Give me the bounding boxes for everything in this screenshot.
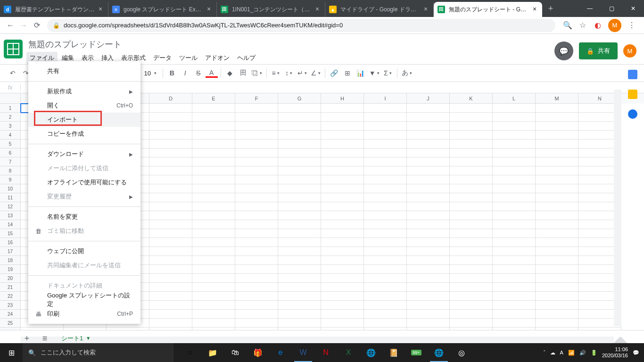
maximize-button[interactable]: ▢ — [601, 0, 622, 17]
cell[interactable] — [536, 292, 578, 301]
comments-button[interactable]: 💬 — [554, 41, 573, 60]
row-header[interactable]: 10 — [0, 184, 21, 193]
share-button[interactable]: 🔒 共有 — [579, 42, 618, 59]
zoom-icon[interactable]: 🔍 — [563, 21, 572, 30]
cell[interactable] — [149, 283, 192, 292]
cell[interactable] — [149, 140, 192, 148]
row-header[interactable]: 15 — [0, 229, 21, 238]
cell[interactable] — [493, 310, 536, 319]
cell[interactable] — [407, 131, 450, 140]
cell[interactable] — [364, 148, 407, 157]
cell[interactable] — [407, 220, 450, 229]
new-tab-button[interactable]: + — [544, 2, 557, 15]
close-tab-icon[interactable]: × — [422, 6, 429, 13]
cell[interactable] — [192, 148, 235, 157]
cell[interactable] — [192, 166, 235, 175]
cell[interactable] — [450, 131, 493, 140]
cell[interactable] — [278, 256, 321, 265]
cell[interactable] — [364, 104, 407, 113]
cell[interactable] — [192, 301, 235, 310]
cell[interactable] — [192, 229, 235, 238]
cell[interactable] — [321, 148, 364, 157]
cell[interactable] — [536, 274, 578, 283]
trend-icon[interactable]: ◐ — [593, 21, 603, 30]
menu-download[interactable]: ダウンロード▶ — [28, 147, 140, 161]
cell[interactable] — [278, 122, 321, 131]
notifications-icon[interactable]: 💬 — [633, 350, 639, 356]
task-view-button[interactable]: ○ — [179, 343, 201, 362]
cell[interactable] — [450, 274, 493, 283]
cell[interactable] — [364, 220, 407, 229]
network-icon[interactable]: 📶 — [568, 350, 575, 356]
cell[interactable] — [321, 140, 364, 148]
cell[interactable] — [536, 310, 578, 319]
cell[interactable] — [235, 220, 278, 229]
menu-spreadsheet-settings[interactable]: Google スプレッドシートの設定 — [28, 293, 140, 307]
cell[interactable] — [493, 140, 536, 148]
menu-publish-web[interactable]: ウェブに公開 — [28, 244, 140, 258]
close-tab-icon[interactable]: × — [205, 6, 213, 13]
cell[interactable] — [450, 292, 493, 301]
cell[interactable] — [407, 140, 450, 148]
cell[interactable] — [493, 184, 536, 193]
column-header[interactable]: H — [321, 93, 364, 104]
cell[interactable] — [450, 122, 493, 131]
cell[interactable] — [321, 131, 364, 140]
cell[interactable] — [536, 140, 578, 148]
cell[interactable] — [364, 292, 407, 301]
cell[interactable] — [407, 193, 450, 202]
row-header[interactable]: 1 — [0, 104, 21, 113]
row-header[interactable]: 13 — [0, 211, 21, 220]
cell[interactable] — [536, 193, 578, 202]
cell[interactable] — [149, 193, 192, 202]
profile-avatar[interactable]: M — [608, 19, 621, 32]
cell[interactable] — [493, 202, 536, 211]
menu-8[interactable]: ヘルプ — [234, 52, 259, 64]
close-window-button[interactable]: ✕ — [622, 0, 644, 17]
cell[interactable] — [364, 175, 407, 184]
cell[interactable] — [278, 265, 321, 274]
keep-icon[interactable] — [628, 90, 637, 99]
cell[interactable] — [235, 175, 278, 184]
cell[interactable] — [321, 184, 364, 193]
bold-button[interactable]: B — [166, 67, 178, 79]
cell[interactable] — [149, 104, 192, 113]
cell[interactable] — [407, 211, 450, 220]
cell[interactable] — [493, 148, 536, 157]
chrome-icon-2[interactable]: 🌐 — [428, 343, 450, 362]
cell[interactable] — [493, 274, 536, 283]
reload-button[interactable]: ⟳ — [30, 19, 43, 32]
app-icon-2[interactable]: 📔 — [383, 343, 405, 362]
cell[interactable] — [536, 319, 578, 328]
cell[interactable] — [321, 211, 364, 220]
taskbar-search[interactable]: 🔍ここに入力して検索 — [23, 343, 173, 362]
cell[interactable] — [321, 319, 364, 328]
cell[interactable] — [407, 157, 450, 166]
cell[interactable] — [364, 122, 407, 131]
cell[interactable] — [493, 247, 536, 256]
menu-6[interactable]: ツール — [176, 52, 201, 64]
cell[interactable] — [493, 104, 536, 113]
cell[interactable] — [407, 122, 450, 131]
cell[interactable] — [450, 202, 493, 211]
cell[interactable] — [149, 220, 192, 229]
cell[interactable] — [235, 148, 278, 157]
cell[interactable] — [192, 131, 235, 140]
cell[interactable] — [407, 166, 450, 175]
cell[interactable] — [536, 211, 578, 220]
cell[interactable] — [536, 166, 578, 175]
cell[interactable] — [149, 175, 192, 184]
row-header[interactable]: 4 — [0, 131, 21, 140]
column-header[interactable]: E — [192, 93, 235, 104]
cell[interactable] — [278, 113, 321, 122]
cell[interactable] — [536, 247, 578, 256]
cell[interactable] — [493, 113, 536, 122]
cell[interactable] — [450, 166, 493, 175]
row-header[interactable]: 5 — [0, 140, 21, 148]
chart-button[interactable]: 📊 — [355, 67, 367, 79]
filter-button[interactable]: ▼ — [368, 67, 381, 79]
cell[interactable] — [407, 292, 450, 301]
text-color-button[interactable]: A — [206, 68, 218, 78]
cell[interactable] — [321, 229, 364, 238]
url-input[interactable]: 🔒 docs.google.com/spreadsheets/d/1SdVrd4… — [47, 19, 555, 32]
